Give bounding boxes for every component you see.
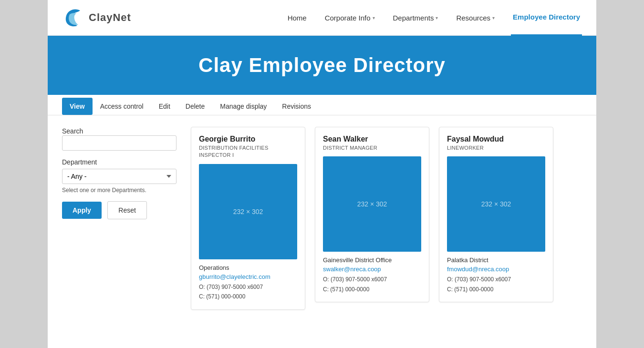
employee-photo: 232 × 302: [323, 156, 421, 252]
nav-employee-directory[interactable]: Employee Directory: [511, 0, 582, 36]
employee-email[interactable]: fmowdud@nreca.coop: [447, 266, 545, 273]
employee-photo: 232 × 302: [447, 156, 545, 252]
employee-name: Georgie Burrito: [199, 135, 297, 143]
search-label: Search: [62, 127, 83, 135]
subnav: View Access control Edit Delete Manage d…: [48, 98, 596, 115]
page-title: Clay Employee Directory: [57, 54, 587, 77]
apply-button[interactable]: Apply: [62, 202, 102, 219]
employee-card: Sean Walker DISTRICT MANAGER 232 × 302 G…: [315, 127, 429, 302]
main-content: Search Department - Any - Select one or …: [48, 115, 596, 321]
employee-title: LINEWORKER: [447, 144, 545, 152]
nav-corporate-info[interactable]: Corporate Info ▾: [323, 0, 377, 36]
chevron-down-icon: ▾: [373, 0, 375, 36]
employee-office: Palatka District: [447, 256, 545, 264]
employee-card: Georgie Burrito DISTRIBUTION FACILITIES …: [191, 127, 305, 310]
employee-email[interactable]: gburrito@clayelectric.com: [199, 273, 297, 280]
tab-edit[interactable]: Edit: [151, 98, 178, 115]
employee-cards-grid: Georgie Burrito DISTRIBUTION FACILITIES …: [191, 127, 582, 310]
employee-title: DISTRICT MANAGER: [323, 144, 421, 152]
employee-phone: O: (703) 907-5000 x6007 C: (571) 000-000…: [323, 275, 421, 294]
hero-banner: Clay Employee Directory: [48, 36, 596, 95]
tab-access-control[interactable]: Access control: [93, 98, 151, 115]
employee-name: Sean Walker: [323, 135, 421, 143]
logo-text: ClayNet: [89, 11, 131, 24]
chevron-down-icon: ▾: [492, 0, 495, 36]
department-select[interactable]: - Any -: [62, 169, 177, 184]
nav-home[interactable]: Home: [286, 0, 309, 36]
tab-view[interactable]: View: [62, 98, 93, 115]
employee-office: Gainesville District Office: [323, 256, 421, 264]
tab-manage-display[interactable]: Manage display: [212, 98, 274, 115]
department-hint: Select one or more Departments.: [62, 187, 177, 194]
tab-revisions[interactable]: Revisions: [274, 98, 319, 115]
navbar: ClayNet Home Corporate Info ▾ Department…: [48, 0, 596, 36]
search-input[interactable]: [62, 135, 177, 151]
tab-delete[interactable]: Delete: [178, 98, 212, 115]
employee-email[interactable]: swalker@nreca.coop: [323, 266, 421, 273]
nav-departments[interactable]: Departments ▾: [391, 0, 440, 36]
nav-resources[interactable]: Resources ▾: [454, 0, 497, 36]
nav-links: Home Corporate Info ▾ Departments ▾ Reso…: [286, 0, 582, 36]
reset-button[interactable]: Reset: [107, 201, 147, 219]
employee-name: Faysal Mowdud: [447, 135, 545, 143]
employee-photo: 232 × 302: [199, 164, 297, 259]
logo-icon: [62, 6, 86, 30]
filter-panel: Search Department - Any - Select one or …: [62, 127, 177, 310]
logo-area: ClayNet: [62, 6, 131, 30]
employee-office: Operations: [199, 264, 297, 271]
employee-card: Faysal Mowdud LINEWORKER 232 × 302 Palat…: [439, 127, 553, 302]
employee-title: DISTRIBUTION FACILITIES INSPECTOR I: [199, 144, 297, 159]
employee-phone: O: (703) 907-5000 x6007 C: (571) 000-000…: [199, 282, 297, 302]
employee-phone: O: (703) 907-5000 x6007 C: (571) 000-000…: [447, 275, 545, 294]
department-label: Department: [62, 158, 177, 166]
chevron-down-icon: ▾: [436, 0, 438, 36]
